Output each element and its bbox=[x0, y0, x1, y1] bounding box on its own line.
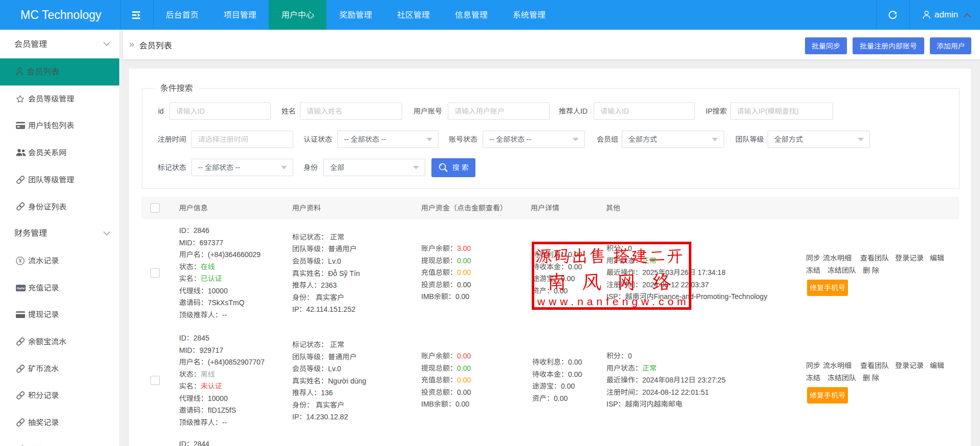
svg-text:IMB: IMB bbox=[421, 292, 434, 301]
svg-text:--: -- bbox=[344, 135, 351, 143]
svg-text:fID1Z5fS: fID1Z5fS bbox=[208, 406, 236, 414]
svg-text:0.00: 0.00 bbox=[457, 364, 471, 372]
svg-text:23:27:25: 23:27:25 bbox=[695, 376, 726, 384]
svg-text:697377: 697377 bbox=[200, 239, 224, 247]
svg-text:MID: MID bbox=[179, 239, 192, 247]
svg-text:42.114.151.252: 42.114.151.252 bbox=[306, 305, 355, 313]
svg-text:12: 12 bbox=[681, 376, 689, 384]
svg-text:0.00: 0.00 bbox=[568, 370, 582, 378]
svg-text:929717: 929717 bbox=[200, 346, 224, 354]
svg-text:14.230.12.82: 14.230.12.82 bbox=[306, 413, 348, 421]
svg-text:ID: ID bbox=[179, 226, 186, 235]
svg-text:0.00: 0.00 bbox=[457, 388, 471, 396]
svg-text:2024-08-12 22:01:51: 2024-08-12 22:01:51 bbox=[642, 388, 709, 396]
svg-text:ISP: ISP bbox=[606, 400, 618, 408]
svg-text:0: 0 bbox=[628, 352, 632, 360]
svg-text:0.00: 0.00 bbox=[455, 292, 469, 301]
svg-text:ID: ID bbox=[580, 107, 587, 115]
svg-text:10000: 10000 bbox=[208, 394, 228, 402]
svg-text:Người dùng: Người dùng bbox=[328, 376, 366, 385]
svg-text:0.00: 0.00 bbox=[554, 394, 568, 402]
svg-text:PayPal: PayPal bbox=[17, 287, 25, 290]
svg-text:0.00: 0.00 bbox=[457, 268, 471, 277]
svg-text:--: -- bbox=[233, 163, 241, 172]
svg-text:--: -- bbox=[222, 418, 227, 427]
svg-text:--: -- bbox=[379, 135, 386, 143]
svg-text:--: -- bbox=[489, 135, 496, 143]
svg-text:Lv.0: Lv.0 bbox=[328, 365, 341, 373]
svg-text:0.00: 0.00 bbox=[457, 281, 471, 289]
svg-text:0.00: 0.00 bbox=[568, 358, 582, 366]
svg-text:IMB: IMB bbox=[421, 400, 434, 408]
svg-text:ID: ID bbox=[198, 107, 205, 115]
svg-text:Lv.0: Lv.0 bbox=[328, 257, 341, 265]
svg-text:2845: 2845 bbox=[193, 334, 209, 342]
svg-text:ID: ID bbox=[622, 107, 629, 115]
svg-text:7SkXsTmQ: 7SkXsTmQ bbox=[208, 299, 245, 307]
svg-text:--: -- bbox=[222, 311, 227, 319]
svg-text:): ) bbox=[796, 107, 799, 115]
svg-text:3.00: 3.00 bbox=[457, 244, 471, 252]
svg-text:2844: 2844 bbox=[193, 440, 209, 446]
svg-text:--: -- bbox=[198, 163, 205, 172]
svg-text:0.00: 0.00 bbox=[455, 400, 469, 408]
svg-text:0.00: 0.00 bbox=[457, 352, 471, 360]
svg-text:IP: IP bbox=[706, 107, 712, 115]
svg-text:2363: 2363 bbox=[321, 281, 337, 289]
svg-text:08: 08 bbox=[665, 376, 673, 384]
svg-text:ID: ID bbox=[179, 334, 186, 342]
svg-text:0.00: 0.00 bbox=[561, 382, 575, 390]
svg-text:id: id bbox=[158, 107, 164, 115]
svg-text:--: -- bbox=[525, 135, 532, 143]
svg-text:(+84)0852907707: (+84)0852907707 bbox=[208, 358, 265, 366]
svg-text:0.00: 0.00 bbox=[457, 257, 471, 265]
svg-text:MID: MID bbox=[179, 346, 192, 354]
svg-text:2024: 2024 bbox=[642, 376, 658, 384]
svg-text:136: 136 bbox=[321, 389, 333, 397]
svg-text:17:34:18: 17:34:18 bbox=[695, 268, 726, 277]
svg-text:10000: 10000 bbox=[208, 287, 228, 295]
svg-text:IP: IP bbox=[292, 305, 299, 313]
svg-text:0.00: 0.00 bbox=[457, 376, 471, 384]
svg-text:(+84)364660029: (+84)364660029 bbox=[208, 250, 260, 259]
svg-text:IP: IP bbox=[292, 413, 299, 421]
svg-text:¥: ¥ bbox=[18, 258, 22, 264]
svg-text:2846: 2846 bbox=[193, 226, 209, 235]
svg-text:ID: ID bbox=[179, 440, 186, 446]
svg-text:IP(: IP( bbox=[758, 107, 768, 115]
svg-text:Đỗ Sỹ Tín: Đỗ Sỹ Tín bbox=[328, 269, 360, 277]
